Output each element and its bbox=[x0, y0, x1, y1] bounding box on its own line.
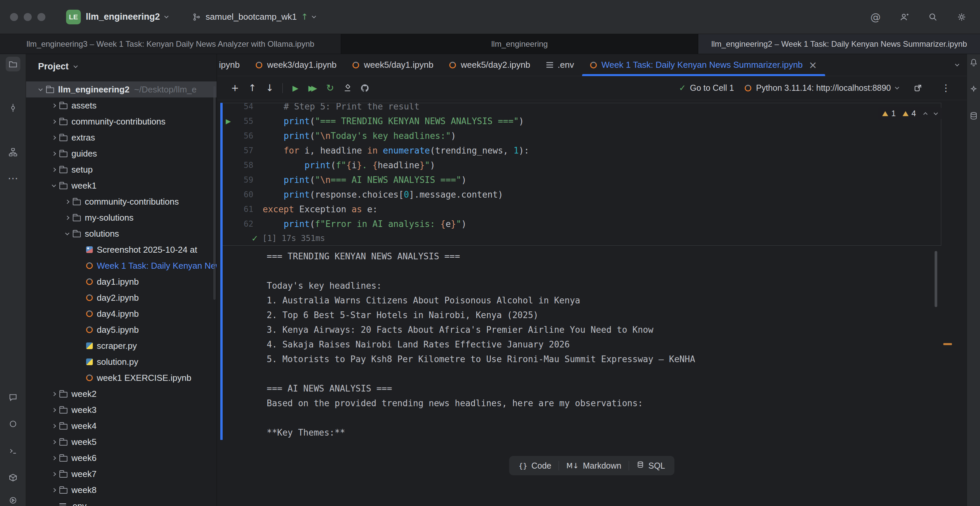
tree-item[interactable]: week4 bbox=[26, 418, 216, 434]
search-icon[interactable] bbox=[927, 11, 939, 23]
tree-item[interactable]: solutions bbox=[26, 226, 216, 242]
chevron-right-icon[interactable] bbox=[48, 113, 59, 129]
services-tool-icon[interactable] bbox=[6, 493, 21, 506]
ai-assistant-icon[interactable]: @ bbox=[869, 11, 882, 23]
chevron-down-icon[interactable] bbox=[35, 81, 46, 97]
editor-tab[interactable]: week5/day1.ipynb bbox=[344, 54, 441, 76]
run-all-cells-button[interactable]: ▶▶ bbox=[304, 81, 321, 95]
chevron-down-icon[interactable] bbox=[61, 226, 73, 242]
tree-item[interactable]: week1 bbox=[26, 178, 216, 194]
tree-item[interactable]: week8 bbox=[26, 482, 216, 498]
more-options-icon[interactable]: ⋮ bbox=[937, 81, 955, 95]
next-cell-button[interactable]: ↓ bbox=[261, 81, 278, 95]
chevron-right-icon[interactable] bbox=[48, 466, 59, 482]
clear-outputs-icon[interactable] bbox=[339, 81, 356, 95]
code-line[interactable]: 62 print(f"Error in AI analysis: {e}") bbox=[221, 216, 941, 231]
code-line[interactable]: 56 print("\nToday's key headlines:") bbox=[221, 129, 941, 143]
tree-item[interactable]: community-contributions bbox=[26, 194, 216, 210]
project-scrollbar[interactable] bbox=[213, 86, 216, 300]
python-console-tool-icon[interactable] bbox=[6, 444, 21, 458]
jupyter-tool-icon[interactable] bbox=[6, 417, 21, 431]
tree-item[interactable]: Screenshot 2025-10-24 at bbox=[26, 242, 216, 258]
code-line[interactable]: 61except Exception as e: bbox=[221, 202, 941, 216]
window-tab-active[interactable]: llm_engineering2 – Week 1 Task: Daily Ke… bbox=[698, 34, 980, 54]
warnings-badge[interactable]: 4 bbox=[902, 109, 916, 118]
ai-chat-tool-icon[interactable] bbox=[6, 390, 21, 405]
database-tool-icon[interactable] bbox=[968, 110, 979, 121]
window-tab[interactable]: llm_engineering bbox=[341, 34, 698, 54]
editor-tab[interactable]: ipynb bbox=[217, 54, 248, 76]
tree-item[interactable]: extras bbox=[26, 129, 216, 146]
close-window-button[interactable] bbox=[10, 13, 18, 21]
tree-item[interactable]: llm_engineering2~/Desktop/llm_e bbox=[26, 81, 216, 97]
scrollbar-warning-mark[interactable] bbox=[943, 343, 952, 345]
tree-item[interactable]: week1 EXERCISE.ipynb bbox=[26, 370, 216, 386]
code-line[interactable]: 60 print(response.choices[0].message.con… bbox=[221, 187, 941, 202]
tree-item[interactable]: Week 1 Task: Daily Kenyan News Summarize… bbox=[26, 258, 216, 274]
restart-kernel-icon[interactable]: ↻ bbox=[321, 81, 339, 95]
tree-item[interactable]: week3 bbox=[26, 402, 216, 418]
window-tab[interactable]: llm_engineering3 – Week 1 Task: Kenyan D… bbox=[0, 34, 341, 54]
settings-gear-icon[interactable] bbox=[955, 11, 968, 23]
kernel-selector[interactable]: Python 3.11.14: http://localhost:8890 bbox=[745, 83, 899, 93]
output-scrollbar[interactable] bbox=[935, 251, 937, 307]
go-to-cell-button[interactable]: ✓ Go to Cell 1 bbox=[679, 83, 734, 93]
previous-cell-button[interactable]: ↑ bbox=[243, 81, 261, 95]
tree-item[interactable]: day5.ipynb bbox=[26, 322, 216, 338]
vcs-branch-widget[interactable]: samuel_bootcamp_wk1 ↑ bbox=[187, 9, 320, 25]
cell-type-markdown-button[interactable]: M↓ Markdown bbox=[560, 458, 628, 473]
previous-warning-icon[interactable] bbox=[923, 112, 928, 116]
code-line[interactable]: 54 # Step 5: Print the result bbox=[221, 103, 941, 114]
chevron-right-icon[interactable] bbox=[48, 434, 59, 450]
tree-item[interactable]: day1.ipynb bbox=[26, 274, 216, 290]
editor-tab[interactable]: .env bbox=[538, 54, 582, 76]
tree-item[interactable]: community-contributions bbox=[26, 113, 216, 129]
open-in-split-icon[interactable] bbox=[909, 81, 927, 95]
add-cell-button[interactable]: + bbox=[226, 81, 243, 95]
chevron-right-icon[interactable] bbox=[48, 129, 59, 146]
tree-item[interactable]: .env bbox=[26, 498, 216, 506]
code-line[interactable]: 59 print("\n=== AI NEWS ANALYSIS ===") bbox=[221, 173, 941, 187]
tree-item[interactable]: week5 bbox=[26, 434, 216, 450]
chevron-right-icon[interactable] bbox=[61, 194, 73, 210]
project-tool-icon[interactable] bbox=[6, 57, 21, 72]
tree-item[interactable]: day2.ipynb bbox=[26, 290, 216, 306]
tree-item[interactable]: my-solutions bbox=[26, 210, 216, 226]
tree-item[interactable]: week6 bbox=[26, 450, 216, 466]
hidden-tabs-chevron-icon[interactable] bbox=[956, 54, 959, 76]
commit-tool-icon[interactable] bbox=[6, 100, 21, 115]
github-icon[interactable] bbox=[356, 81, 374, 95]
code-line[interactable]: 58 print(f"{i}. {headline}") bbox=[221, 158, 941, 173]
chevron-right-icon[interactable] bbox=[48, 418, 59, 434]
chevron-right-icon[interactable] bbox=[48, 386, 59, 402]
chevron-down-icon[interactable] bbox=[48, 178, 59, 194]
run-cell-gutter-icon[interactable]: ▶ bbox=[221, 114, 236, 129]
run-cell-button[interactable]: ▶ bbox=[287, 81, 304, 95]
chevron-right-icon[interactable] bbox=[48, 97, 59, 113]
notifications-bell-icon[interactable] bbox=[968, 57, 979, 68]
code-line[interactable]: 57 for i, headline in enumerate(trending… bbox=[221, 143, 941, 158]
tree-item[interactable]: solution.py bbox=[26, 354, 216, 370]
tree-item[interactable]: week7 bbox=[26, 466, 216, 482]
code-with-me-icon[interactable] bbox=[898, 11, 911, 23]
chevron-right-icon[interactable] bbox=[48, 162, 59, 178]
more-tool-windows-icon[interactable]: ⋯ bbox=[6, 171, 21, 186]
project-panel-header[interactable]: Project bbox=[26, 54, 216, 77]
chevron-right-icon[interactable] bbox=[48, 402, 59, 418]
tree-item[interactable]: assets bbox=[26, 97, 216, 113]
close-tab-icon[interactable]: × bbox=[809, 60, 817, 70]
ai-assistant-tool-icon[interactable] bbox=[968, 83, 979, 95]
tree-item[interactable]: week2 bbox=[26, 386, 216, 402]
editor-tab[interactable]: week5/day2.ipynb bbox=[441, 54, 538, 76]
minimize-window-button[interactable] bbox=[24, 13, 32, 21]
warnings-badge[interactable]: 1 bbox=[882, 109, 896, 118]
tree-item[interactable]: scraper.py bbox=[26, 338, 216, 354]
tree-item[interactable]: setup bbox=[26, 162, 216, 178]
chevron-right-icon[interactable] bbox=[48, 146, 59, 162]
next-warning-icon[interactable] bbox=[934, 111, 938, 115]
cell-type-code-button[interactable]: {} Code bbox=[512, 458, 558, 473]
cell-type-sql-button[interactable]: SQL bbox=[630, 458, 671, 473]
structure-tool-icon[interactable] bbox=[6, 145, 21, 159]
tree-item[interactable]: day4.ipynb bbox=[26, 306, 216, 322]
tree-item[interactable]: guides bbox=[26, 146, 216, 162]
